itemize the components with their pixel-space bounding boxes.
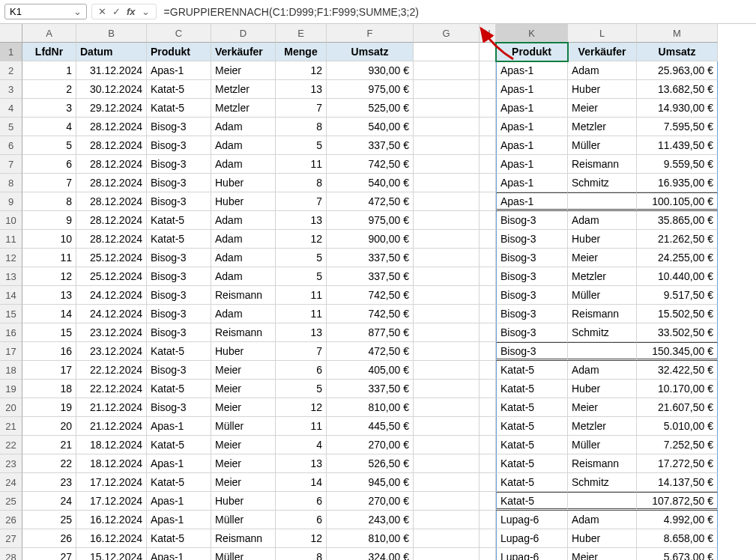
cell[interactable]: 525,00 € [327,99,414,118]
cell[interactable]: Apas-1 [147,417,211,436]
cell[interactable]: 742,50 € [327,286,414,305]
cell[interactable]: Bisog-3 [496,286,568,305]
cell[interactable]: 16.12.2024 [76,511,147,529]
cell[interactable]: Meier [211,436,276,454]
row-header[interactable]: 6 [0,136,22,155]
column-header[interactable]: A [22,24,76,43]
cell[interactable]: 24.12.2024 [76,286,147,305]
cell[interactable]: 11 [276,155,327,174]
select-all-corner[interactable] [0,24,22,43]
column-header[interactable]: F [327,24,414,43]
cell[interactable]: 10.440,00 € [637,267,718,286]
cell[interactable] [480,323,496,342]
cell[interactable]: 445,50 € [327,417,414,436]
cell[interactable] [480,511,496,529]
cell[interactable]: 472,50 € [327,192,414,211]
cell[interactable]: 107.872,50 € [637,492,718,511]
cell[interactable]: Apas-1 [147,454,211,473]
cell[interactable]: Katat-5 [496,417,568,436]
cell[interactable]: 6 [276,511,327,529]
cell[interactable]: 526,50 € [327,454,414,473]
cell[interactable] [480,118,496,136]
cell[interactable]: 8 [276,174,327,192]
cell[interactable]: 337,50 € [327,136,414,155]
row-header[interactable]: 13 [0,267,22,286]
row-header[interactable]: 20 [0,398,22,417]
cell[interactable] [414,454,480,473]
cell[interactable]: 14.137,50 € [637,473,718,492]
cell[interactable]: 33.502,50 € [637,323,718,342]
cell[interactable]: 32.422,50 € [637,361,718,380]
cell[interactable] [414,361,480,380]
table-header[interactable]: Umsatz [327,43,414,61]
cell[interactable]: Apas-1 [147,548,211,560]
name-box[interactable]: K1 ⌄ [4,4,87,19]
cell[interactable]: 13 [276,211,327,230]
cell[interactable]: Adam [211,230,276,249]
column-header[interactable]: G [414,24,480,43]
cell[interactable]: 8.658,00 € [637,529,718,548]
cell[interactable]: 21.262,50 € [637,230,718,249]
cell[interactable]: Müller [568,286,637,305]
cell[interactable]: Apas-1 [147,492,211,511]
cell[interactable]: 5 [276,380,327,398]
cell[interactable]: Apas-1 [496,99,568,118]
cell[interactable]: 28.12.2024 [76,136,147,155]
spreadsheet-grid[interactable]: ABCDEFGHKLM1LfdNrDatumProduktVerkäuferMe… [0,24,756,560]
cell[interactable]: Bisog-3 [496,211,568,230]
cell[interactable] [414,230,480,249]
cell[interactable] [480,286,496,305]
row-header[interactable]: 25 [0,492,22,511]
cell[interactable]: 28.12.2024 [76,155,147,174]
cell[interactable]: Metzler [211,99,276,118]
cell[interactable]: 16.12.2024 [76,529,147,548]
row-header[interactable]: 16 [0,323,22,342]
cell[interactable]: 22 [22,454,76,473]
cell[interactable] [480,136,496,155]
cell[interactable] [414,398,480,417]
cell[interactable]: Bisog-3 [147,174,211,192]
table-header[interactable]: Verkäufer [211,43,276,61]
cell[interactable]: 31.12.2024 [76,61,147,80]
cell[interactable]: Reismann [568,305,637,323]
cell[interactable]: 15.12.2024 [76,548,147,560]
cell[interactable]: Bisog-3 [496,305,568,323]
row-header[interactable]: 10 [0,211,22,230]
cell[interactable]: 6 [276,492,327,511]
cell[interactable]: 12 [276,398,327,417]
cell[interactable]: 810,00 € [327,398,414,417]
cell[interactable]: 9.559,50 € [637,155,718,174]
cell[interactable] [568,342,637,361]
cell[interactable]: Huber [211,342,276,361]
row-header[interactable]: 18 [0,361,22,380]
cell[interactable]: Metzler [568,267,637,286]
cell[interactable]: Bisog-3 [496,230,568,249]
row-header[interactable]: 22 [0,436,22,454]
cell[interactable]: Bisog-3 [147,361,211,380]
cell[interactable]: Katat-5 [147,380,211,398]
cell[interactable]: 975,00 € [327,80,414,99]
cell[interactable] [480,417,496,436]
row-header[interactable]: 26 [0,511,22,529]
cell[interactable]: 270,00 € [327,436,414,454]
cell[interactable]: Meier [211,380,276,398]
row-header[interactable]: 19 [0,380,22,398]
cell[interactable]: 405,00 € [327,361,414,380]
cell[interactable]: 22.12.2024 [76,380,147,398]
cell[interactable]: 6 [276,361,327,380]
cell[interactable] [480,43,496,61]
cell[interactable] [568,492,637,511]
cell[interactable]: 7 [276,99,327,118]
cell[interactable]: 540,00 € [327,174,414,192]
cell[interactable]: Bisog-3 [147,305,211,323]
cell[interactable]: Adam [568,61,637,80]
cell[interactable] [480,436,496,454]
cell[interactable]: 337,50 € [327,249,414,267]
cell[interactable]: Bisog-3 [496,342,568,361]
cell[interactable] [480,342,496,361]
cell[interactable]: 6 [22,155,76,174]
cell[interactable]: 7.595,50 € [637,118,718,136]
cell[interactable]: 900,00 € [327,230,414,249]
row-header[interactable]: 8 [0,174,22,192]
cell[interactable]: Katat-5 [496,361,568,380]
